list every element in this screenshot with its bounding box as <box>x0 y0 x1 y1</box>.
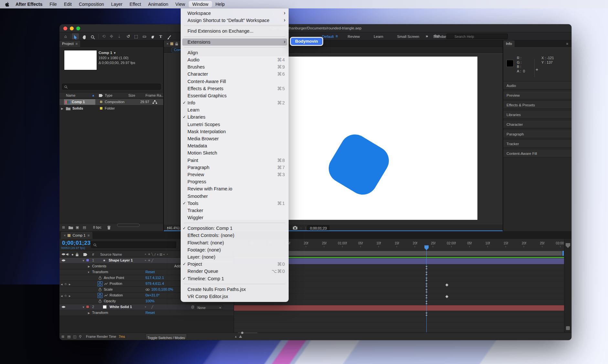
eye-icon[interactable] <box>61 305 66 308</box>
home-tool-icon[interactable]: ⌂ <box>62 33 69 39</box>
column-header-type[interactable]: Type <box>105 92 112 99</box>
property-value[interactable]: 100.0,100.0% <box>151 287 173 292</box>
workspace-menu-icon[interactable]: ≡ <box>336 34 338 38</box>
menubar-item-view[interactable]: View <box>172 1 189 7</box>
menu-item[interactable]: ✓ Paragraph ⌘7 <box>181 164 289 171</box>
stopwatch-icon[interactable] <box>98 288 102 292</box>
menu-item[interactable]: ✓ Info ⌘2 <box>181 99 289 106</box>
comp-thumbnail[interactable] <box>64 50 97 70</box>
property-value[interactable]: 100% <box>145 298 155 304</box>
menu-item[interactable]: ✓ Learn <box>181 106 289 113</box>
close-icon[interactable]: × <box>166 42 168 46</box>
menu-item[interactable]: ✓ Tracker <box>181 207 289 214</box>
transform-row-solid[interactable]: ▶ Transform Reset <box>59 310 234 316</box>
project-tab[interactable]: Project ≡ <box>59 40 80 47</box>
project-settings-icon[interactable]: ▤ <box>83 223 86 231</box>
menu-item[interactable]: ✓ Footage: (none) <box>181 246 289 253</box>
menu-item-find-extensions[interactable]: Find Extensions on Exchange... <box>181 27 289 35</box>
collapsed-panel-tab[interactable]: Content-Aware Fill <box>503 149 571 157</box>
parent-dropdown[interactable]: None▼ <box>196 305 223 309</box>
panel-menu-icon[interactable]: ≡ <box>566 42 568 46</box>
menu-item-extensions[interactable]: Extensions › <box>181 38 289 46</box>
transform-label[interactable]: Transform <box>92 310 108 316</box>
project-item-name[interactable]: Solids <box>72 105 83 112</box>
workspace-tab[interactable]: Learn <box>374 35 383 38</box>
comp-info-name[interactable]: Comp 1 ▼ <box>99 50 135 56</box>
timeline-tab[interactable]: × Comp 1 ≡ <box>61 232 92 239</box>
roi-tool-icon[interactable]: ⬚ <box>133 33 140 39</box>
contents-label[interactable]: Contents <box>92 263 106 269</box>
menu-item[interactable]: ✓ Motion Sketch <box>181 149 289 156</box>
menubar-item-file[interactable]: File <box>46 1 60 7</box>
collapsed-panel-tab[interactable]: Effects & Presets <box>503 101 571 109</box>
collapsed-panel-tab[interactable]: Character <box>503 120 571 128</box>
info-tab[interactable]: Info <box>503 40 515 47</box>
property-name[interactable]: Opacity <box>104 298 116 304</box>
window-titlebar[interactable]: /Users/jonathanburger/Documents/rounded-… <box>59 24 571 32</box>
project-row-solids[interactable]: ▶ Solids Folder <box>59 105 163 112</box>
menu-item-workspace[interactable]: Workspace › <box>181 10 289 17</box>
brainstorm-icon[interactable]: ⚲ <box>79 333 81 340</box>
parent-pickwhip-icon[interactable]: @ <box>191 304 194 310</box>
brush-tool-icon[interactable] <box>165 33 173 39</box>
current-timecode[interactable]: 0;00;01;23 <box>62 240 91 246</box>
hand-tool-icon[interactable] <box>81 33 88 39</box>
menu-item[interactable]: ✓ Layer: (none) <box>181 253 289 261</box>
menu-item[interactable]: ✓ Composition: Comp 1 <box>181 225 289 232</box>
menu-item[interactable]: ✓ Metadata <box>181 142 289 149</box>
motion-blur-enable-icon[interactable]: ◫ <box>73 333 76 340</box>
menu-item[interactable]: ✓ Wiggler <box>181 214 289 221</box>
collapsed-panel-tab[interactable]: Audio <box>503 81 571 90</box>
rectangle-tool-icon[interactable]: ▭ <box>141 33 148 39</box>
pen-tool-icon[interactable] <box>149 33 156 39</box>
rounded-square-shape-layer[interactable] <box>323 129 394 200</box>
bit-depth-label[interactable]: 8 bpc <box>93 223 101 231</box>
column-header-name[interactable]: Name <box>66 92 75 99</box>
snapshot-camera-icon[interactable] <box>293 226 297 230</box>
eye-icon[interactable] <box>61 259 66 262</box>
property-name[interactable]: Position <box>110 281 122 286</box>
menubar-item-layer[interactable]: Layer <box>108 1 126 7</box>
close-icon[interactable]: × <box>64 233 66 237</box>
menu-item[interactable]: ✓ Flowchart: (none) <box>181 239 289 246</box>
menu-item[interactable]: ✓ Smoother <box>181 193 289 200</box>
submenu-item-bodymovin[interactable]: Bodymovin <box>291 38 322 45</box>
source-name-column-header[interactable]: Source Name <box>100 251 122 258</box>
project-search-input[interactable] <box>62 84 161 90</box>
menu-item[interactable]: ✓ Project ⌘0 <box>181 261 289 268</box>
menu-item[interactable]: ✓ Media Browser <box>181 135 289 142</box>
current-time-indicator-line[interactable] <box>426 245 427 332</box>
prev-keyframe-icon[interactable]: ◀ <box>61 282 62 287</box>
expand-chevron-icon[interactable]: ▶ <box>88 264 90 269</box>
menu-item[interactable]: ✓ Mask Interpolation <box>181 128 289 135</box>
column-header-framerate[interactable]: Frame Ra.. <box>145 92 163 99</box>
prev-keyframe-icon[interactable]: ◀ <box>61 293 62 299</box>
menu-item[interactable]: VR Comp Editor.jsx <box>181 293 289 300</box>
menu-item[interactable]: ✓ Render Queue ⌥⌘0 <box>181 268 289 275</box>
menu-item[interactable]: ✓ Effects & Presets ⌘5 <box>181 85 289 92</box>
menu-item[interactable]: ✓ Tools ⌘1 <box>181 200 289 207</box>
menu-item[interactable]: ✓ Paint ⌘8 <box>181 157 289 164</box>
rotation-tool-icon[interactable]: ↺ <box>125 33 132 39</box>
menubar-item-animation[interactable]: Animation <box>144 1 172 7</box>
layer-switch-icons[interactable]: ⚬ ╱ <box>144 304 154 310</box>
menu-item[interactable]: ✓ Audio ⌘4 <box>181 56 289 63</box>
layer-color-swatch[interactable] <box>86 305 89 308</box>
menubar-item-window[interactable]: Window <box>189 1 212 7</box>
sort-ascending-icon[interactable]: ▲ <box>92 92 95 99</box>
menu-item[interactable]: ✓ Brushes ⌘9 <box>181 63 289 70</box>
toggle-switches-modes-button[interactable]: Toggle Switches / Modes <box>145 334 187 339</box>
next-keyframe-icon[interactable]: ▶ <box>69 282 70 287</box>
property-name[interactable]: Anchor Point <box>104 275 124 281</box>
transform-label[interactable]: Transform <box>92 269 108 275</box>
add-keyframe-icon[interactable]: ◇ <box>65 293 67 298</box>
property-value[interactable]: 0x+31.0° <box>145 293 160 298</box>
selection-tool-icon[interactable] <box>72 33 79 39</box>
collapsed-panel-tab[interactable]: Tracker <box>503 139 571 148</box>
menu-item[interactable]: ✓ Content-Aware Fill <box>181 78 289 85</box>
expand-chevron-icon[interactable]: ▶ <box>88 310 90 316</box>
workspace-switcher-icon[interactable]: ⚙⇄ <box>434 34 439 38</box>
layer-color-swatch[interactable] <box>86 259 89 262</box>
dolly-camera-tool-icon[interactable]: ⇣ <box>116 33 123 39</box>
collapse-chevron-icon[interactable]: ▼ <box>82 305 85 310</box>
